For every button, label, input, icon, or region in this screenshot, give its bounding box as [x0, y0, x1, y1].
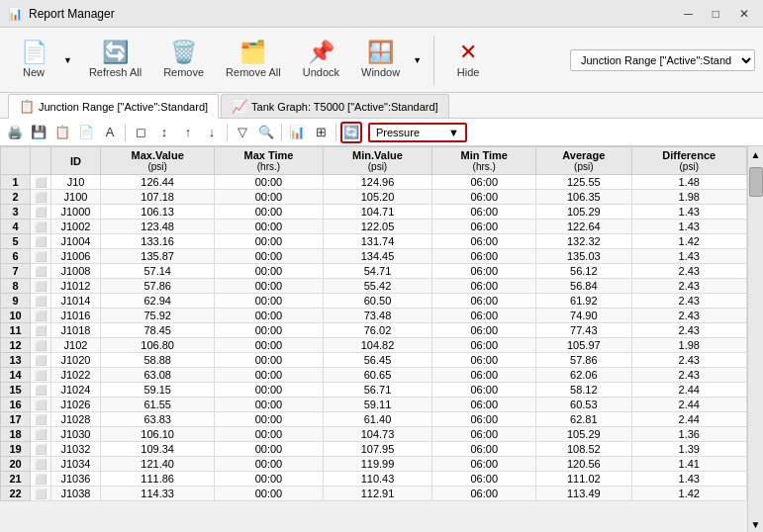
row-icon: ⬜ — [31, 234, 51, 249]
table-row[interactable]: 4 ⬜ J1002 123.48 00:00 122.05 06:00 122.… — [1, 220, 747, 234]
table-row[interactable]: 5 ⬜ J1004 133.16 00:00 131.74 06:00 132.… — [1, 234, 747, 249]
cell-average: 62.81 — [536, 412, 631, 427]
header-difference[interactable]: Difference (psi) — [631, 147, 746, 175]
cell-max-value: 109.34 — [101, 442, 215, 457]
window-dropdown-arrow[interactable]: ▼ — [409, 33, 426, 88]
table-button[interactable]: ⊞ — [310, 122, 332, 143]
scroll-track[interactable] — [748, 162, 763, 516]
minimize-button[interactable]: ─ — [678, 5, 699, 23]
row-number: 19 — [1, 442, 31, 457]
table-row[interactable]: 8 ⬜ J1012 57.86 00:00 55.42 06:00 56.84 … — [1, 279, 747, 294]
cell-min-value: 134.45 — [323, 249, 432, 264]
copy-button[interactable]: 📋 — [51, 122, 73, 143]
table-row[interactable]: 16 ⬜ J1026 61.55 00:00 59.11 06:00 60.53… — [1, 398, 747, 412]
select-button[interactable]: ◻ — [130, 122, 151, 143]
table-header: ID Max.Value (psi) Max Time (hrs.) Min.V… — [1, 147, 747, 175]
header-min-time[interactable]: Min Time (hrs.) — [432, 147, 536, 175]
header-max-value[interactable]: Max.Value (psi) — [101, 147, 215, 175]
table-row[interactable]: 18 ⬜ J1030 106.10 00:00 104.73 06:00 105… — [1, 427, 747, 442]
table-row[interactable]: 6 ⬜ J1006 135.87 00:00 134.45 06:00 135.… — [1, 249, 747, 264]
cell-min-value: 110.43 — [323, 472, 432, 487]
row-icon: ⬜ — [31, 294, 51, 309]
cell-min-value: 105.20 — [323, 190, 432, 205]
scroll-up-arrow[interactable]: ▲ — [748, 146, 764, 162]
tab-tank-graph[interactable]: 📈 Tank Graph: T5000 ["Active":Standard] — [221, 94, 449, 118]
cell-min-value: 76.02 — [323, 323, 432, 338]
cell-max-value: 135.87 — [101, 249, 215, 264]
table-row[interactable]: 3 ⬜ J1000 106.13 00:00 104.71 06:00 105.… — [1, 205, 747, 220]
print-button[interactable]: 🖨️ — [4, 122, 26, 143]
scrollbar[interactable]: ▲ ▼ — [747, 146, 763, 532]
close-button[interactable]: ✕ — [733, 5, 755, 23]
header-max-time[interactable]: Max Time (hrs.) — [215, 147, 323, 175]
sort-desc-button[interactable]: ↓ — [201, 122, 223, 143]
table-row[interactable]: 11 ⬜ J1018 78.45 00:00 76.02 06:00 77.43… — [1, 323, 747, 338]
table-row[interactable]: 12 ⬜ J102 106.80 00:00 104.82 06:00 105.… — [1, 338, 747, 353]
window-button[interactable]: 🪟 Window — [352, 33, 409, 88]
new-dropdown-arrow[interactable]: ▼ — [59, 33, 76, 88]
search-button[interactable]: 🔍 — [255, 122, 277, 143]
table-row[interactable]: 1 ⬜ J10 126.44 00:00 124.96 06:00 125.55… — [1, 175, 747, 190]
cell-average: 77.43 — [536, 323, 631, 338]
cell-max-time: 00:00 — [215, 457, 323, 472]
table-row[interactable]: 9 ⬜ J1014 62.94 00:00 60.50 06:00 61.92 … — [1, 294, 747, 309]
row-number: 3 — [1, 205, 31, 220]
cell-difference: 2.43 — [631, 309, 746, 323]
table-row[interactable]: 2 ⬜ J100 107.18 00:00 105.20 06:00 106.3… — [1, 190, 747, 205]
row-number: 9 — [1, 294, 31, 309]
cell-average: 135.03 — [536, 249, 631, 264]
table-row[interactable]: 14 ⬜ J1022 63.08 00:00 60.65 06:00 62.06… — [1, 368, 747, 383]
tab-junction-range[interactable]: 📋 Junction Range ["Active":Standard] — [8, 94, 219, 119]
new-button-group: 📄 New ▼ — [8, 33, 76, 88]
tab-bar: 📋 Junction Range ["Active":Standard] 📈 T… — [0, 93, 763, 119]
scroll-down-arrow[interactable]: ▼ — [748, 516, 764, 532]
table-row[interactable]: 22 ⬜ J1038 114.33 00:00 112.91 06:00 113… — [1, 487, 747, 501]
refresh-icon: 🔄 — [102, 42, 129, 63]
table-row[interactable]: 15 ⬜ J1024 59.15 00:00 56.71 06:00 58.12… — [1, 383, 747, 398]
remove-all-button[interactable]: 🗂️ Remove All — [217, 33, 290, 88]
pressure-dropdown[interactable]: Pressure ▼ — [368, 123, 467, 142]
data-table[interactable]: ID Max.Value (psi) Max Time (hrs.) Min.V… — [0, 146, 747, 532]
cell-min-time: 06:00 — [432, 427, 536, 442]
save-button[interactable]: 💾 — [28, 122, 49, 143]
results-table: ID Max.Value (psi) Max Time (hrs.) Min.V… — [0, 146, 747, 501]
new-button[interactable]: 📄 New — [8, 33, 59, 88]
cell-difference: 1.43 — [631, 472, 746, 487]
header-min-value[interactable]: Min.Value (psi) — [323, 147, 432, 175]
tab2-label: Tank Graph: T5000 ["Active":Standard] — [251, 101, 438, 113]
cell-max-value: 57.86 — [101, 279, 215, 294]
hide-button[interactable]: ✕ Hide — [442, 33, 494, 88]
sec-sep3 — [281, 124, 282, 141]
move-button[interactable]: ↕ — [153, 122, 175, 143]
cell-average: 74.90 — [536, 309, 631, 323]
font-button[interactable]: A — [99, 122, 121, 143]
table-row[interactable]: 20 ⬜ J1034 121.40 00:00 119.99 06:00 120… — [1, 457, 747, 472]
paste-button[interactable]: 📄 — [75, 122, 97, 143]
row-icon: ⬜ — [31, 205, 51, 220]
table-row[interactable]: 17 ⬜ J1028 63.83 00:00 61.40 06:00 62.81… — [1, 412, 747, 427]
table-row[interactable]: 10 ⬜ J1016 75.92 00:00 73.48 06:00 74.90… — [1, 309, 747, 323]
cell-average: 62.06 — [536, 368, 631, 383]
cell-difference: 2.44 — [631, 398, 746, 412]
header-rownum — [1, 147, 31, 175]
scroll-thumb[interactable] — [749, 167, 763, 197]
undock-button[interactable]: 📌 Undock — [294, 33, 348, 88]
cell-average: 105.29 — [536, 205, 631, 220]
table-row[interactable]: 19 ⬜ J1032 109.34 00:00 107.95 06:00 108… — [1, 442, 747, 457]
remove-button[interactable]: 🗑️ Remove — [154, 33, 213, 88]
header-id[interactable]: ID — [51, 147, 101, 175]
table-row[interactable]: 7 ⬜ J1008 57.14 00:00 54.71 06:00 56.12 … — [1, 264, 747, 279]
refresh-button[interactable]: 🔄 — [340, 122, 362, 143]
header-average[interactable]: Average (psi) — [536, 147, 631, 175]
cell-min-time: 06:00 — [432, 338, 536, 353]
chart-button[interactable]: 📊 — [286, 122, 308, 143]
cell-difference: 2.43 — [631, 294, 746, 309]
refresh-all-button[interactable]: 🔄 Refresh All — [80, 33, 150, 88]
sort-asc-button[interactable]: ↑ — [177, 122, 199, 143]
table-row[interactable]: 13 ⬜ J1020 58.88 00:00 56.45 06:00 57.86… — [1, 353, 747, 368]
maximize-button[interactable]: □ — [707, 5, 725, 23]
junction-range-dropdown[interactable]: Junction Range ["Active":Stand — [570, 49, 755, 71]
filter-button[interactable]: ▽ — [232, 122, 253, 143]
cell-difference: 2.43 — [631, 279, 746, 294]
table-row[interactable]: 21 ⬜ J1036 111.86 00:00 110.43 06:00 111… — [1, 472, 747, 487]
